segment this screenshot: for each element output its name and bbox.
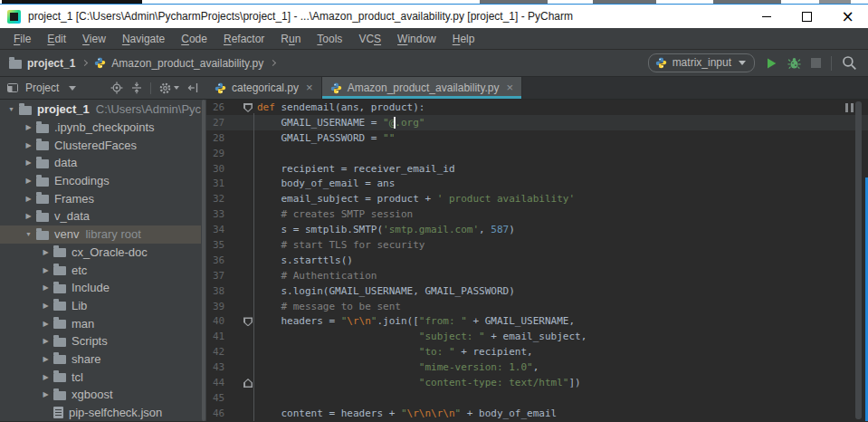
fold-marker-icon[interactable]	[243, 103, 253, 112]
menu-help[interactable]: Help	[444, 33, 483, 45]
tree-item-Scripts[interactable]: ▶Scripts	[0, 332, 201, 350]
settings-gear-icon[interactable]	[158, 82, 179, 95]
search-everywhere-icon[interactable]	[842, 55, 857, 71]
line-number[interactable]: 27	[206, 117, 241, 129]
line-number[interactable]: 37	[206, 270, 241, 282]
chevron-down-icon[interactable]	[69, 86, 76, 91]
tree-item-cx_Oracle-doc[interactable]: ▶cx_Oracle-doc	[0, 244, 201, 262]
tree-item-venv[interactable]: ▼venvlibrary root	[0, 225, 201, 244]
editor[interactable]: 26def sendemail(ans, product):27 GMAIL_U…	[206, 100, 868, 421]
tree-expand-arrow-icon[interactable]: ▼	[4, 106, 19, 112]
code-line-42[interactable]: 42 "to: " + recipient,	[206, 344, 868, 360]
tree-expand-arrow-icon[interactable]: ▶	[21, 177, 36, 185]
editor-scrollbar[interactable]	[855, 101, 862, 419]
run-configuration-select[interactable]: matrix_input	[648, 53, 755, 72]
tree-item-data[interactable]: ▶data	[0, 154, 201, 172]
minimize-button[interactable]	[746, 5, 787, 28]
line-number[interactable]: 40	[206, 315, 241, 327]
menu-code[interactable]: Code	[173, 33, 215, 45]
tree-item-Encodings[interactable]: ▶Encodings	[0, 172, 201, 190]
menu-file[interactable]: File	[5, 33, 39, 45]
line-number[interactable]: 38	[206, 285, 241, 297]
tree-expand-arrow-icon[interactable]: ▶	[21, 195, 36, 203]
run-button[interactable]	[765, 57, 777, 70]
code-line-39[interactable]: 39 # message to be sent	[206, 299, 868, 314]
tree-expand-arrow-icon[interactable]: ▶	[21, 141, 36, 149]
tree-item-pip-selfcheck.json[interactable]: pip-selfcheck.json	[0, 404, 201, 421]
tree-item-man[interactable]: ▶man	[0, 314, 201, 332]
close-button[interactable]	[827, 5, 868, 28]
code-line-38[interactable]: 38 s.login(GMAIL_USERNAME, GMAIL_PASSWOR…	[206, 283, 868, 299]
tree-expand-arrow-icon[interactable]: ▶	[38, 302, 53, 310]
close-tab-icon[interactable]: ×	[507, 83, 514, 92]
code-line-46[interactable]: 46 content = headers + "\r\n\r\n" + body…	[206, 406, 868, 421]
collapse-all-icon[interactable]	[130, 82, 143, 94]
tree-expand-arrow-icon[interactable]: ▶	[21, 212, 36, 220]
line-number[interactable]: 31	[206, 177, 241, 189]
line-number[interactable]: 34	[206, 224, 241, 235]
tree-expand-arrow-icon[interactable]: ▼	[21, 231, 36, 237]
menu-edit[interactable]: Edit	[39, 33, 74, 45]
menu-run[interactable]: Run	[272, 33, 309, 45]
line-number[interactable]: 42	[206, 346, 241, 358]
code-line-34[interactable]: 34 s = smtplib.SMTP('smtp.gmail.com', 58…	[206, 222, 868, 237]
tree-expand-arrow-icon[interactable]: ▶	[38, 355, 53, 363]
tree-expand-arrow-icon[interactable]: ▶	[21, 158, 36, 167]
code-line-40[interactable]: 40 headers = "\r\n".join(["from: " + GMA…	[206, 313, 868, 329]
code-line-31[interactable]: 31 body_of_email = ans	[206, 176, 868, 191]
close-tab-icon[interactable]: ×	[306, 83, 313, 92]
tree-expand-arrow-icon[interactable]: ▶	[38, 373, 53, 381]
tree-item-Frames[interactable]: ▶Frames	[0, 189, 201, 207]
code-line-30[interactable]: 30 recipient = receiver_email_id	[206, 161, 868, 177]
menu-tools[interactable]: Tools	[309, 33, 350, 45]
tree-expand-arrow-icon[interactable]: ▶	[38, 248, 53, 256]
tree-item-xgboost[interactable]: ▶xgboost	[0, 386, 201, 404]
breadcrumb-project[interactable]: project_1	[27, 57, 75, 70]
code-line-36[interactable]: 36 s.starttls()	[206, 253, 868, 268]
line-number[interactable]: 32	[206, 193, 241, 205]
line-number[interactable]: 28	[206, 132, 241, 144]
line-number[interactable]: 29	[206, 148, 241, 159]
code-line-45[interactable]: 45	[206, 390, 868, 406]
tree-item-etc[interactable]: ▶etc	[0, 261, 201, 279]
code-line-26[interactable]: 26def sendemail(ans, product):	[206, 100, 868, 115]
code-line-37[interactable]: 37 # Authentication	[206, 268, 868, 283]
tab-Amazon_product_availability.py[interactable]: Amazon_product_availability.py×	[322, 77, 522, 99]
code-line-43[interactable]: 43 "mime-version: 1.0",	[206, 360, 868, 375]
tree-item-Lib[interactable]: ▶Lib	[0, 297, 201, 315]
code-line-32[interactable]: 32 email_subject = product + ' product a…	[206, 191, 868, 206]
line-number[interactable]: 39	[206, 301, 241, 312]
code-line-27[interactable]: 27 GMAIL_USERNAME = "@.org"	[206, 115, 868, 130]
menu-navigate[interactable]: Navigate	[114, 33, 173, 45]
menu-refactor[interactable]: Refactor	[215, 33, 272, 45]
stop-button[interactable]	[811, 58, 821, 68]
line-number[interactable]: 41	[206, 331, 241, 342]
menu-window[interactable]: Window	[389, 33, 444, 45]
breadcrumb-file[interactable]: Amazon_product_availability.py	[111, 57, 263, 70]
fold-marker-icon[interactable]	[243, 379, 253, 388]
menu-view[interactable]: View	[74, 33, 114, 45]
tree-item-ClusteredFaces[interactable]: ▶ClusteredFaces	[0, 136, 201, 154]
line-number[interactable]: 26	[206, 101, 241, 113]
line-number[interactable]: 33	[206, 208, 241, 220]
line-number[interactable]: 35	[206, 239, 241, 251]
code-line-29[interactable]: 29	[206, 146, 868, 161]
tree-item-share[interactable]: ▶share	[0, 350, 201, 369]
tree-item-.ipynb_checkpoints[interactable]: ▶.ipynb_checkpoints	[0, 119, 201, 137]
line-number[interactable]: 44	[206, 377, 241, 388]
locate-icon[interactable]	[110, 82, 123, 94]
tree-item-tcl[interactable]: ▶tcl	[0, 368, 201, 386]
line-number[interactable]: 30	[206, 163, 241, 175]
code-line-44[interactable]: 44 "content-type: text/html"])	[206, 375, 868, 390]
tree-expand-arrow-icon[interactable]: ▶	[38, 320, 53, 328]
tree-expand-arrow-icon[interactable]: ▶	[38, 283, 53, 292]
line-number[interactable]: 36	[206, 254, 241, 266]
code-line-33[interactable]: 33 # creates SMTP session	[206, 206, 868, 222]
tree-item-v_data[interactable]: ▶v_data	[0, 207, 201, 225]
tree-expand-arrow-icon[interactable]: ▶	[38, 337, 53, 345]
inspection-indicator-icon[interactable]	[845, 103, 854, 112]
line-number[interactable]: 46	[206, 408, 241, 419]
project-panel-title[interactable]: Project	[25, 82, 59, 94]
hide-panel-icon[interactable]	[186, 82, 199, 94]
line-number[interactable]: 43	[206, 361, 241, 373]
